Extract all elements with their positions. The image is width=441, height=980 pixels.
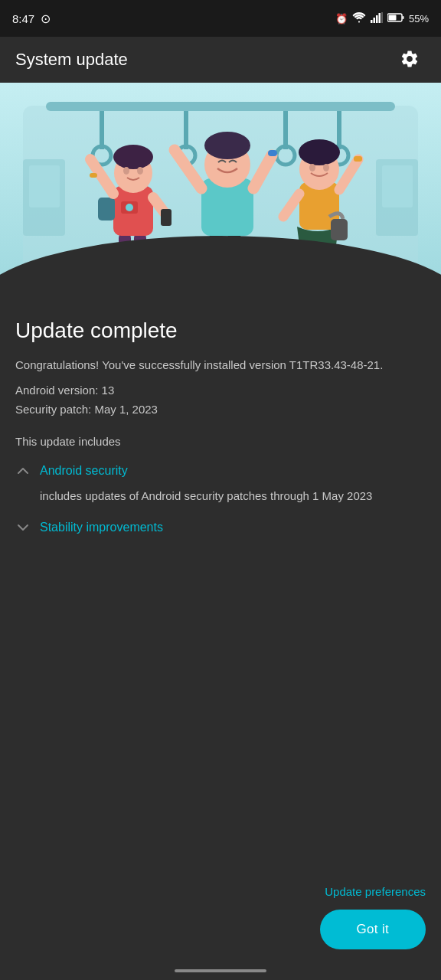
svg-rect-7 (388, 15, 396, 20)
android-security-toggle[interactable]: Android security (15, 460, 426, 482)
svg-rect-35 (90, 173, 97, 178)
svg-rect-0 (371, 20, 373, 23)
svg-rect-11 (100, 111, 104, 149)
svg-point-56 (309, 164, 315, 172)
svg-rect-13 (184, 111, 188, 149)
android-security-label: Android security (40, 464, 128, 478)
svg-rect-46 (268, 150, 277, 156)
chevron-up-icon (15, 463, 31, 479)
alarm-icon: ⏰ (335, 13, 348, 24)
status-left: 8:47 ⊙ (12, 11, 51, 26)
android-version: Android version: 13 (15, 381, 426, 400)
svg-rect-1 (373, 18, 375, 23)
svg-rect-3 (378, 13, 381, 23)
update-preferences-container: Update preferences (15, 885, 426, 899)
stability-improvements-section: Stability improvements (15, 517, 426, 538)
app-header: System update (0, 37, 441, 83)
version-info: Android version: 13 Security patch: May … (15, 381, 426, 420)
svg-point-34 (137, 167, 143, 175)
svg-point-37 (126, 204, 133, 211)
security-patch: Security patch: May 1, 2023 (15, 400, 426, 420)
svg-rect-51 (331, 219, 348, 240)
signal-icon (371, 12, 383, 25)
time-display: 8:47 (12, 12, 34, 25)
svg-point-33 (123, 167, 129, 175)
main-content: Update complete Congratulations! You've … (0, 297, 441, 673)
svg-rect-15 (283, 111, 288, 149)
svg-rect-30 (161, 209, 172, 226)
data-saver-icon: ⊙ (41, 11, 51, 26)
android-security-section: Android security includes updates of And… (15, 460, 426, 505)
svg-point-32 (113, 145, 153, 169)
got-it-button[interactable]: Got it (320, 910, 426, 949)
page-title: System update (15, 50, 128, 70)
svg-rect-27 (98, 198, 115, 220)
svg-rect-22 (382, 165, 413, 207)
update-complete-title: Update complete (15, 318, 426, 343)
hero-illustration (0, 83, 441, 297)
battery-percentage: 55% (409, 13, 429, 24)
svg-point-55 (299, 139, 340, 165)
update-preferences-link[interactable]: Update preferences (325, 885, 426, 898)
svg-point-57 (323, 164, 329, 172)
svg-rect-17 (337, 111, 341, 149)
this-update-includes-label: This update includes (15, 435, 426, 448)
stability-improvements-toggle[interactable]: Stability improvements (15, 517, 426, 538)
wifi-icon (352, 12, 366, 25)
stability-improvements-label: Stability improvements (40, 521, 163, 534)
svg-rect-58 (354, 156, 362, 162)
bottom-footer: Update preferences Got it (0, 873, 441, 980)
svg-rect-20 (29, 165, 60, 207)
congrats-text: Congratulations! You've successfully ins… (15, 357, 426, 374)
svg-rect-6 (402, 16, 403, 19)
svg-point-45 (204, 132, 250, 159)
nav-indicator (175, 969, 266, 972)
svg-rect-4 (381, 12, 383, 23)
chevron-down-icon (15, 520, 31, 535)
status-bar: 8:47 ⊙ ⏰ 55% (0, 0, 441, 37)
svg-rect-2 (376, 15, 378, 23)
android-security-body: includes updates of Android security pat… (40, 488, 426, 505)
battery-icon (387, 13, 404, 24)
settings-button[interactable] (394, 43, 426, 77)
status-right: ⏰ 55% (335, 12, 429, 25)
svg-rect-10 (46, 102, 395, 111)
